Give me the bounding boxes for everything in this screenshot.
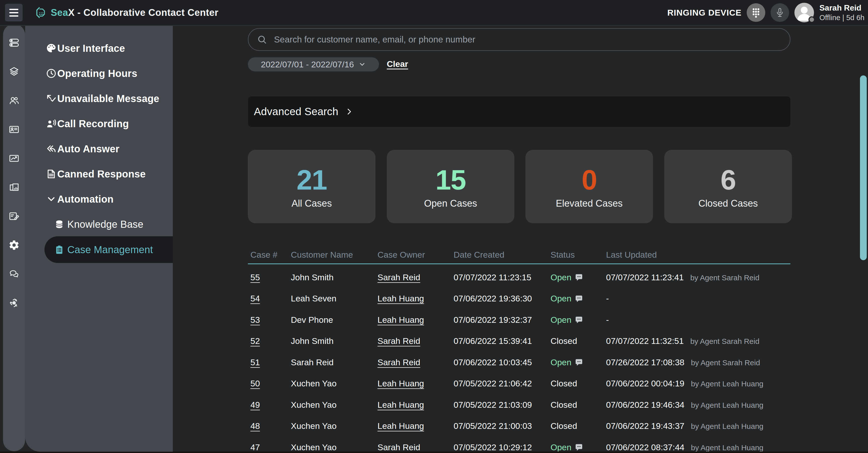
layers-icon[interactable] bbox=[3, 64, 25, 79]
case-number-link[interactable]: 54 bbox=[250, 293, 260, 304]
user-avatar[interactable] bbox=[795, 3, 814, 22]
icon-rail bbox=[3, 24, 25, 451]
updated-by-agent: by Agent Leah Huang bbox=[691, 401, 764, 409]
case-number-link[interactable]: 51 bbox=[250, 358, 260, 367]
app-title: SeaX - Collaborative Contact Center bbox=[51, 7, 218, 18]
case-owner-link[interactable]: Leah Huang bbox=[377, 421, 424, 431]
case-number-link[interactable]: 48 bbox=[250, 421, 260, 431]
top-bar: SeaX - Collaborative Contact Center RING… bbox=[0, 0, 868, 25]
stat-card-all-cases[interactable]: 21 All Cases bbox=[248, 150, 375, 223]
form-edit-icon[interactable] bbox=[3, 209, 25, 224]
sidebar-item-automation[interactable]: Automation bbox=[25, 187, 173, 212]
date-created-cell: 07/06/2022 19:36:30 bbox=[454, 293, 551, 304]
clear-filter-link[interactable]: Clear bbox=[387, 59, 408, 69]
updated-by-agent: by Agent Leah Huang bbox=[691, 444, 764, 452]
case-number-link[interactable]: 50 bbox=[250, 378, 260, 388]
case-owner-link[interactable]: Leah Huang bbox=[377, 400, 424, 410]
microphone-icon bbox=[774, 7, 785, 18]
case-number-link[interactable]: 47 bbox=[250, 443, 260, 452]
status-text: Closed bbox=[551, 400, 577, 410]
sidebar-item-canned-response[interactable]: Canned Response bbox=[25, 161, 173, 187]
updated-by-agent: by Agent Sarah Reid bbox=[690, 337, 759, 346]
case-row: 53 Dev Phone Leah Huang 07/06/2022 19:32… bbox=[248, 309, 790, 331]
case-number-link[interactable]: 55 bbox=[250, 273, 260, 282]
last-updated-cell: 07/07/2022 11:32:51 by Agent Sarah Reid bbox=[606, 336, 793, 346]
status-text: Closed bbox=[551, 421, 577, 431]
gear-icon[interactable] bbox=[3, 237, 25, 253]
last-updated-time: - bbox=[606, 315, 609, 325]
sidebar-item-user-interface[interactable]: User Interface bbox=[25, 36, 173, 61]
case-row: 49 Xuchen Yao Leah Huang 07/05/2022 21:0… bbox=[248, 394, 790, 416]
sidebar-item-call-recording[interactable]: Call Recording bbox=[25, 111, 173, 136]
case-row: 55 John Smith Sarah Reid 07/07/2022 11:2… bbox=[248, 267, 790, 288]
chat-bubble-icon bbox=[575, 358, 583, 366]
col-header-created: Date Created bbox=[454, 250, 551, 260]
sidebar-item-case-management[interactable]: Case Management bbox=[25, 237, 173, 262]
stat-value: 21 bbox=[297, 166, 327, 194]
customer-name-cell: Xuchen Yao bbox=[291, 400, 377, 410]
voice-person-icon bbox=[45, 118, 57, 130]
chart-icon[interactable] bbox=[3, 151, 25, 166]
col-header-owner: Case Owner bbox=[377, 250, 454, 260]
updated-by-agent: by Agent Leah Huang bbox=[691, 379, 764, 388]
chat-icon[interactable] bbox=[3, 266, 25, 282]
customer-name-cell: Sarah Reid bbox=[291, 358, 377, 367]
toggles-icon[interactable] bbox=[3, 35, 25, 50]
case-owner-link[interactable]: Sarah Reid bbox=[377, 443, 420, 452]
case-owner-link[interactable]: Sarah Reid bbox=[377, 358, 420, 367]
report-icon[interactable] bbox=[3, 180, 25, 195]
case-number-link[interactable]: 52 bbox=[250, 336, 260, 346]
app-logo: SeaX - Collaborative Contact Center bbox=[35, 0, 218, 25]
date-created-cell: 07/07/2022 11:23:15 bbox=[454, 273, 551, 282]
date-created-cell: 07/06/2022 10:03:45 bbox=[454, 358, 551, 367]
case-owner-link[interactable]: Leah Huang bbox=[377, 378, 424, 388]
sidebar-item-auto-answer[interactable]: Auto Answer bbox=[25, 136, 173, 161]
advanced-search-toggle[interactable]: Advanced Search bbox=[248, 96, 790, 127]
stat-label: All Cases bbox=[291, 198, 332, 209]
customer-name-cell: Xuchen Yao bbox=[291, 443, 377, 452]
case-owner-link[interactable]: Leah Huang bbox=[377, 315, 424, 325]
users-icon[interactable] bbox=[3, 93, 25, 108]
case-owner-link[interactable]: Sarah Reid bbox=[377, 336, 420, 346]
stat-card-closed-cases[interactable]: 6 Closed Cases bbox=[664, 150, 792, 223]
stat-value: 0 bbox=[582, 166, 597, 194]
search-input[interactable] bbox=[274, 29, 790, 50]
case-number-link[interactable]: 53 bbox=[250, 315, 260, 325]
customer-name-cell: Leah Seven bbox=[291, 293, 377, 304]
user-name: Sarah Reid bbox=[819, 3, 865, 12]
sync-icon[interactable] bbox=[3, 295, 25, 310]
hamburger-menu-button[interactable] bbox=[5, 4, 23, 21]
chevron-down-icon bbox=[45, 193, 57, 205]
vertical-scrollbar-thumb[interactable] bbox=[860, 76, 867, 260]
microphone-button[interactable] bbox=[771, 3, 789, 22]
date-range-filter[interactable]: 2022/07/01 - 2022/07/16 bbox=[248, 57, 379, 72]
updated-by-agent: by Agent Leah Huang bbox=[691, 422, 764, 431]
chat-bubble-icon bbox=[575, 294, 583, 303]
dialpad-button[interactable] bbox=[747, 3, 765, 22]
case-row: 47 Xuchen Yao Sarah Reid 07/05/2022 10:2… bbox=[248, 437, 790, 453]
stat-value: 15 bbox=[435, 166, 466, 194]
case-number-link[interactable]: 49 bbox=[250, 400, 260, 410]
sidebar-item-unavailable-message[interactable]: Unavailable Message bbox=[25, 86, 173, 111]
last-updated-time: 07/07/2022 11:23:41 bbox=[606, 273, 684, 282]
status-cell: Closed bbox=[551, 421, 606, 431]
stat-card-elevated-cases[interactable]: 0 Elevated Cases bbox=[525, 150, 653, 223]
chevron-right-icon bbox=[345, 107, 353, 117]
last-updated-time: 07/06/2022 19:43:37 bbox=[606, 421, 684, 431]
sidebar-item-knowledge-base[interactable]: Knowledge Base bbox=[25, 212, 173, 237]
last-updated-cell: 07/06/2022 08:37:44 by Agent Leah Huang bbox=[606, 443, 793, 452]
chat-bubble-icon bbox=[575, 316, 583, 324]
dialpad-icon bbox=[750, 7, 762, 18]
sidebar-item-operating-hours[interactable]: Operating Hours bbox=[25, 61, 173, 86]
stat-label: Elevated Cases bbox=[556, 198, 623, 209]
case-owner-link[interactable]: Sarah Reid bbox=[377, 273, 420, 282]
date-created-cell: 07/06/2022 19:32:37 bbox=[454, 315, 551, 325]
case-owner-link[interactable]: Leah Huang bbox=[377, 293, 424, 304]
last-updated-cell: - bbox=[606, 315, 793, 325]
stat-card-open-cases[interactable]: 15 Open Cases bbox=[387, 150, 515, 223]
status-cell: Closed bbox=[551, 378, 606, 388]
customer-name-cell: Dev Phone bbox=[291, 315, 377, 325]
sidebar: User Interface Operating Hours Unavailab… bbox=[25, 24, 173, 452]
contact-card-icon[interactable] bbox=[3, 122, 25, 137]
status-cell: Open bbox=[551, 358, 606, 367]
